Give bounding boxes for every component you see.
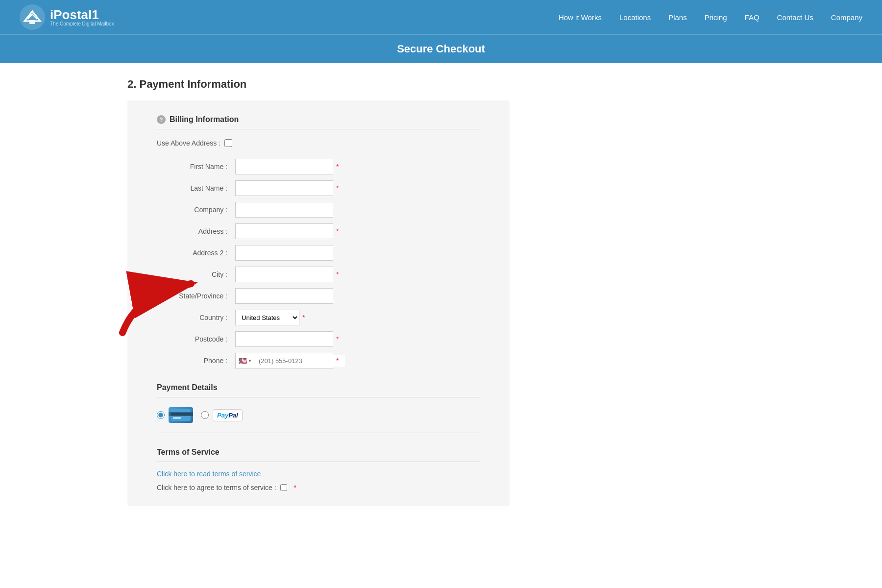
checkout-title: Secure Checkout [8,43,874,55]
postcode-row: Postcode : * [157,331,480,347]
logo-tagline: The Complete Digital Mailbox [50,21,114,26]
nav-plans[interactable]: Plans [668,13,687,22]
phone-flag-selector[interactable]: 🇺🇸 ▼ [236,357,255,365]
use-above-address-row: Use Above Address : [157,139,480,147]
address-input[interactable] [235,223,333,239]
last-name-row: Last Name : * [157,180,480,196]
terms-section: Terms of Service Click here to read term… [157,448,480,491]
phone-label: Phone : [157,357,235,365]
company-input[interactable] [235,202,333,218]
postcode-label: Postcode : [157,335,235,343]
credit-card-option[interactable] [157,407,193,423]
nav-links: How it Works Locations Plans Pricing FAQ… [559,13,862,22]
checkout-bar: Secure Checkout [0,34,882,63]
country-label: Country : [157,314,235,321]
company-row: Company : [157,202,480,218]
paypal-radio[interactable] [201,411,209,419]
terms-agree-row: Click here to agree to terms of service … [157,484,480,491]
svg-rect-1 [29,20,35,24]
address-required: * [336,227,339,235]
us-flag-icon: 🇺🇸 [239,357,247,365]
phone-row: Phone : 🇺🇸 ▼ * [157,353,480,368]
divider [157,433,480,433]
country-row: Country : United States Canada United Ki… [157,310,480,325]
first-name-label: First Name : [157,163,235,171]
address2-input[interactable] [235,245,333,261]
use-above-checkbox[interactable] [224,139,232,147]
city-label: City : [157,270,235,278]
country-required: * [302,314,305,321]
paypal-option[interactable]: PayPal [201,409,243,421]
logo-name: iPostal1 [50,8,114,21]
svg-rect-3 [171,409,191,421]
main-content: 2. Payment Information ? Billing Informa… [98,63,784,521]
logo[interactable]: iPostal1 The Complete Digital Mailbox [20,4,114,30]
first-name-required: * [336,163,339,171]
city-row: City : * [157,267,480,282]
nav-company[interactable]: Company [831,13,862,22]
first-name-input[interactable] [235,159,333,174]
address-label: Address : [157,227,235,235]
credit-card-icon [169,407,193,423]
phone-required: * [336,357,339,365]
payment-heading: Payment Details [157,383,480,397]
address2-label: Address 2 : [157,249,235,257]
section-title: 2. Payment Information [127,78,755,91]
company-label: Company : [157,206,235,214]
phone-flag-arrow-icon: ▼ [248,359,252,363]
use-above-label: Use Above Address : [157,139,220,147]
state-row: State/Province : [157,288,480,304]
last-name-required: * [336,184,339,192]
nav-faq[interactable]: FAQ [745,13,760,22]
state-input[interactable] [235,288,333,304]
nav-pricing[interactable]: Pricing [705,13,727,22]
navbar: iPostal1 The Complete Digital Mailbox Ho… [0,0,882,34]
credit-card-radio[interactable] [157,411,165,419]
help-icon[interactable]: ? [157,115,166,124]
postcode-input[interactable] [235,331,333,347]
terms-link[interactable]: Click here to read terms of service [157,470,480,478]
payment-options: PayPal [157,407,480,423]
address-row: Address : * [157,223,480,239]
city-input[interactable] [235,267,333,282]
last-name-input[interactable] [235,180,333,196]
city-required: * [336,270,339,278]
terms-agree-checkbox[interactable] [280,484,287,491]
terms-agree-label: Click here to agree to terms of service … [157,484,276,491]
svg-rect-5 [173,417,181,419]
form-card: ? Billing Information Use Above Address … [127,100,510,506]
first-name-row: First Name : * [157,159,480,174]
country-select[interactable]: United States Canada United Kingdom Aust… [235,310,299,325]
svg-rect-4 [171,413,191,416]
billing-heading: ? Billing Information [157,115,480,129]
svg-point-0 [20,4,45,30]
last-name-label: Last Name : [157,184,235,192]
nav-contact-us[interactable]: Contact Us [777,13,813,22]
phone-input-wrapper: 🇺🇸 ▼ [235,353,333,368]
postcode-required: * [336,335,339,343]
state-label: State/Province : [157,292,235,300]
terms-heading: Terms of Service [157,448,480,462]
phone-number-input[interactable] [255,355,345,367]
payment-section: Payment Details [157,383,480,423]
country-select-wrap: United States Canada United Kingdom Aust… [235,310,299,325]
nav-how-it-works[interactable]: How it Works [559,13,602,22]
paypal-icon: PayPal [213,409,243,421]
terms-required: * [294,484,296,491]
nav-locations[interactable]: Locations [619,13,651,22]
address2-row: Address 2 : [157,245,480,261]
